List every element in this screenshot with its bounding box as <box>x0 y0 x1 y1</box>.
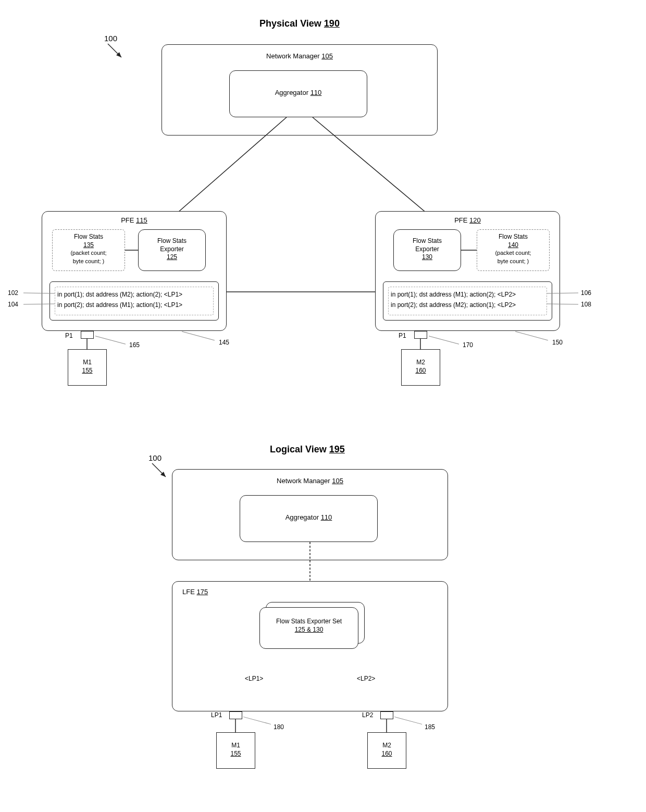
lp2-tag: <LP2> <box>357 675 375 683</box>
pfe-120-label: PFE 120 <box>375 216 560 225</box>
port-p1-right-label: P1 <box>399 332 406 340</box>
arrow-icon-2 <box>151 462 172 483</box>
exporter-set-label: Flow Stats Exporter Set125 & 130 <box>259 618 358 634</box>
port-p1-left <box>81 331 94 339</box>
exporter-130-label: Flow StatsExporter130 <box>393 237 461 262</box>
m1-label-log: M1155 <box>216 742 255 758</box>
rule-104: in port(2); dst address (M1); action(1);… <box>57 301 214 310</box>
ref-145: 145 <box>219 339 229 347</box>
leader-106 <box>547 292 578 293</box>
flow-stats-135-label: Flow Stats135(packet count;byte count; ) <box>52 233 125 265</box>
lp2-port-label: LP2 <box>362 711 373 720</box>
aggregator-label-log: Aggregator 110 <box>240 513 378 522</box>
lfe-175-label: LFE 175 <box>182 588 208 597</box>
lp1-port-label: LP1 <box>211 711 222 720</box>
m2-label-log: M2160 <box>367 742 406 758</box>
exporter-125-label: Flow StatsExporter125 <box>138 237 206 262</box>
leader-180 <box>243 717 271 724</box>
leader-145 <box>182 331 215 341</box>
rule-102: in port(1); dst address (M2); action(2);… <box>57 291 214 299</box>
ref-106: 106 <box>581 289 591 298</box>
leader-185 <box>394 717 422 724</box>
lp1-port <box>229 711 242 719</box>
pfe-115-label: PFE 115 <box>42 216 227 225</box>
rule-108: in port(2); dst address (M2); action(1);… <box>391 301 547 310</box>
logical-view-title: Logical View 195 <box>234 444 380 455</box>
network-manager-label-log: Network Manager 105 <box>172 477 448 486</box>
port-p1-right <box>414 331 427 339</box>
arrow-icon <box>107 43 128 64</box>
rule-106: in port(1); dst address (M1); action(2);… <box>391 291 547 299</box>
ref-150: 150 <box>552 339 563 347</box>
lp2-port <box>380 711 393 719</box>
ref-102: 102 <box>8 289 18 298</box>
lp1-tag: <LP1> <box>245 675 263 683</box>
port-p1-left-label: P1 <box>65 332 73 340</box>
leader-170 <box>429 336 459 344</box>
leader-102 <box>23 292 55 293</box>
system-ref-100-phys: 100 <box>104 34 117 43</box>
ref-185: 185 <box>425 723 435 732</box>
system-ref-100-log: 100 <box>148 453 162 462</box>
ref-104: 104 <box>8 301 18 309</box>
leader-165 <box>95 336 126 344</box>
leader-150 <box>515 331 548 341</box>
ref-170: 170 <box>463 341 473 350</box>
physical-view-title: Physical View 190 <box>227 18 372 29</box>
m2-label: M2160 <box>401 359 440 375</box>
aggregator-label: Aggregator 110 <box>229 89 367 97</box>
ref-165: 165 <box>129 341 140 350</box>
ref-180: 180 <box>274 723 284 732</box>
ref-108: 108 <box>581 301 591 309</box>
m1-label: M1155 <box>68 359 107 375</box>
flow-stats-140-label: Flow Stats140(packet count;byte count; ) <box>477 233 550 265</box>
network-manager-label: Network Manager 105 <box>162 52 438 61</box>
